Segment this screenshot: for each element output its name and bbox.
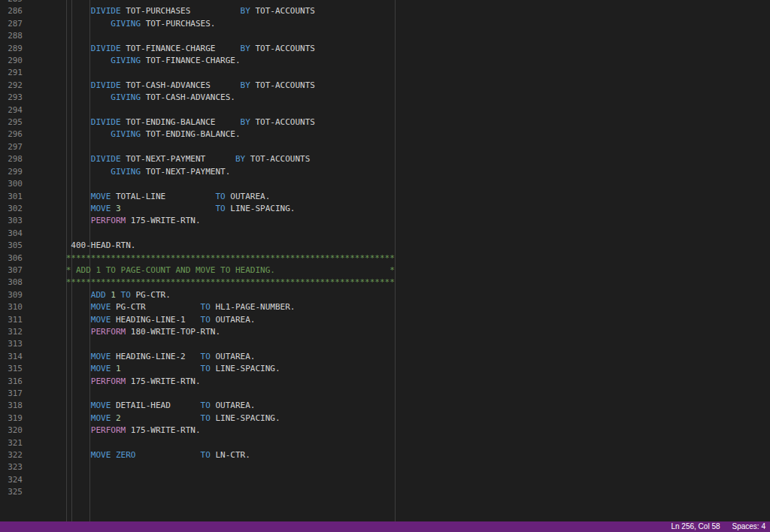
code-line[interactable]: 296 GIVING TOT-ENDING-BALANCE. — [0, 128, 770, 141]
line-number: 311 — [0, 314, 23, 326]
code-line[interactable]: 291 — [0, 67, 770, 79]
line-number: 314 — [0, 351, 23, 363]
line-number: 290 — [0, 55, 23, 67]
line-number: 325 — [0, 486, 23, 498]
code-line[interactable]: 306 ************************************… — [0, 252, 770, 264]
line-number: 291 — [0, 67, 23, 79]
code-line[interactable]: 301 MOVE TOTAL-LINE TO OUTAREA. — [0, 191, 770, 203]
code-line[interactable]: 299 GIVING TOT-NEXT-PAYMENT. — [0, 166, 770, 178]
line-number: 307 — [0, 264, 23, 277]
line-number: 309 — [0, 289, 23, 301]
code-line[interactable]: 309 ADD 1 TO PG-CTR. — [0, 289, 770, 301]
code-line[interactable]: 313 — [0, 338, 770, 350]
code-line[interactable]: 285 — [0, 0, 770, 5]
code-text: DIVIDE TOT-ENDING-BALANCE BY TOT-ACCOUNT… — [36, 116, 315, 128]
code-line[interactable]: 303 PERFORM 175-WRITE-RTN. — [0, 215, 770, 227]
line-number: 319 — [0, 413, 23, 425]
line-number: 305 — [0, 240, 23, 252]
code-line[interactable]: 288 — [0, 30, 770, 42]
line-number: 298 — [0, 153, 23, 165]
code-line[interactable]: 297 — [0, 141, 770, 153]
line-number: 287 — [0, 18, 23, 30]
line-number: 293 — [0, 92, 23, 104]
line-number: 300 — [0, 178, 23, 190]
code-line[interactable]: 292 DIVIDE TOT-CASH-ADVANCES BY TOT-ACCO… — [0, 80, 770, 92]
code-line[interactable]: 312 PERFORM 180-WRITE-TOP-RTN. — [0, 326, 770, 338]
status-bar: Ln 256, Col 58 Spaces: 4 — [0, 521, 770, 532]
code-line[interactable]: 308 ************************************… — [0, 277, 770, 289]
code-line[interactable]: 316 PERFORM 175-WRITE-RTN. — [0, 376, 770, 388]
status-cursor-position[interactable]: Ln 256, Col 58 — [671, 521, 720, 532]
line-number: 296 — [0, 128, 23, 141]
line-number: 304 — [0, 228, 23, 240]
code-text: MOVE PG-CTR TO HL1-PAGE-NUMBER. — [36, 301, 295, 313]
code-text: DIVIDE TOT-FINANCE-CHARGE BY TOT-ACCOUNT… — [36, 43, 315, 55]
line-number: 306 — [0, 252, 23, 264]
code-line[interactable]: 293 GIVING TOT-CASH-ADVANCES. — [0, 92, 770, 104]
line-number: 286 — [0, 5, 23, 17]
line-number: 297 — [0, 141, 23, 153]
code-text: 400-HEAD-RTN. — [36, 240, 135, 252]
code-line[interactable]: 298 DIVIDE TOT-NEXT-PAYMENT BY TOT-ACCOU… — [0, 153, 770, 165]
code-line[interactable]: 311 MOVE HEADING-LINE-1 TO OUTAREA. — [0, 314, 770, 326]
line-number: 285 — [0, 0, 23, 5]
code-line[interactable]: 302 MOVE 3 TO LINE-SPACING. — [0, 203, 770, 215]
code-text: ****************************************… — [36, 277, 395, 289]
code-line[interactable]: 286 DIVIDE TOT-PURCHASES BY TOT-ACCOUNTS — [0, 5, 770, 17]
code-line[interactable]: 289 DIVIDE TOT-FINANCE-CHARGE BY TOT-ACC… — [0, 43, 770, 55]
code-line[interactable]: 310 MOVE PG-CTR TO HL1-PAGE-NUMBER. — [0, 301, 770, 313]
line-number: 316 — [0, 376, 23, 388]
line-number: 301 — [0, 191, 23, 203]
code-text: ADD 1 TO PG-CTR. — [36, 289, 171, 301]
code-line[interactable]: 321 — [0, 437, 770, 449]
status-indentation[interactable]: Spaces: 4 — [732, 521, 765, 532]
code-lines: 285286 DIVIDE TOT-PURCHASES BY TOT-ACCOU… — [0, 0, 770, 499]
code-text: * ADD 1 TO PAGE-COUNT AND MOVE TO HEADIN… — [36, 264, 395, 277]
code-line[interactable]: 287 GIVING TOT-PURCHASES. — [0, 18, 770, 30]
code-line[interactable]: 295 DIVIDE TOT-ENDING-BALANCE BY TOT-ACC… — [0, 116, 770, 128]
code-line[interactable]: 304 — [0, 228, 770, 240]
code-text: DIVIDE TOT-NEXT-PAYMENT BY TOT-ACCOUNTS — [36, 153, 310, 165]
code-text: GIVING TOT-PURCHASES. — [36, 18, 215, 30]
line-number: 312 — [0, 326, 23, 338]
vscode-window: 285286 DIVIDE TOT-PURCHASES BY TOT-ACCOU… — [0, 0, 770, 532]
code-editor[interactable]: 285286 DIVIDE TOT-PURCHASES BY TOT-ACCOU… — [0, 0, 770, 521]
code-text: MOVE HEADING-LINE-2 TO OUTAREA. — [36, 351, 255, 363]
code-text: PERFORM 175-WRITE-RTN. — [36, 215, 201, 227]
code-text: GIVING TOT-FINANCE-CHARGE. — [36, 55, 241, 67]
code-line[interactable]: 294 — [0, 104, 770, 116]
line-number: 294 — [0, 104, 23, 116]
code-text: MOVE 2 TO LINE-SPACING. — [36, 413, 280, 425]
code-line[interactable]: 290 GIVING TOT-FINANCE-CHARGE. — [0, 55, 770, 67]
line-number: 295 — [0, 116, 23, 128]
code-line[interactable]: 318 MOVE DETAIL-HEAD TO OUTAREA. — [0, 400, 770, 412]
code-line[interactable]: 320 PERFORM 175-WRITE-RTN. — [0, 425, 770, 437]
code-line[interactable]: 315 MOVE 1 TO LINE-SPACING. — [0, 363, 770, 375]
code-text: PERFORM 175-WRITE-RTN. — [36, 376, 201, 388]
line-number: 308 — [0, 277, 23, 289]
code-text: DIVIDE TOT-PURCHASES BY TOT-ACCOUNTS — [36, 5, 315, 17]
line-number: 318 — [0, 400, 23, 412]
code-text: MOVE HEADING-LINE-1 TO OUTAREA. — [36, 314, 255, 326]
line-number: 303 — [0, 215, 23, 227]
code-text: MOVE TOTAL-LINE TO OUTAREA. — [36, 191, 270, 203]
code-line[interactable]: 325 — [0, 486, 770, 498]
code-line[interactable]: 305 400-HEAD-RTN. — [0, 240, 770, 252]
code-line[interactable]: 323 — [0, 461, 770, 473]
code-line[interactable]: 324 — [0, 474, 770, 486]
line-number: 310 — [0, 301, 23, 313]
code-line[interactable]: 322 MOVE ZERO TO LN-CTR. — [0, 449, 770, 461]
code-text: GIVING TOT-NEXT-PAYMENT. — [36, 166, 230, 178]
line-number: 292 — [0, 80, 23, 92]
code-line[interactable]: 319 MOVE 2 TO LINE-SPACING. — [0, 413, 770, 425]
code-text: MOVE 1 TO LINE-SPACING. — [36, 363, 280, 375]
line-number: 323 — [0, 461, 23, 473]
code-text: MOVE ZERO TO LN-CTR. — [36, 449, 250, 461]
line-number: 315 — [0, 363, 23, 375]
code-line[interactable]: 300 — [0, 178, 770, 190]
code-line[interactable]: 314 MOVE HEADING-LINE-2 TO OUTAREA. — [0, 351, 770, 363]
code-line[interactable]: 317 — [0, 388, 770, 400]
code-text: ****************************************… — [36, 252, 395, 264]
line-number: 321 — [0, 437, 23, 449]
code-line[interactable]: 307 * ADD 1 TO PAGE-COUNT AND MOVE TO HE… — [0, 264, 770, 277]
